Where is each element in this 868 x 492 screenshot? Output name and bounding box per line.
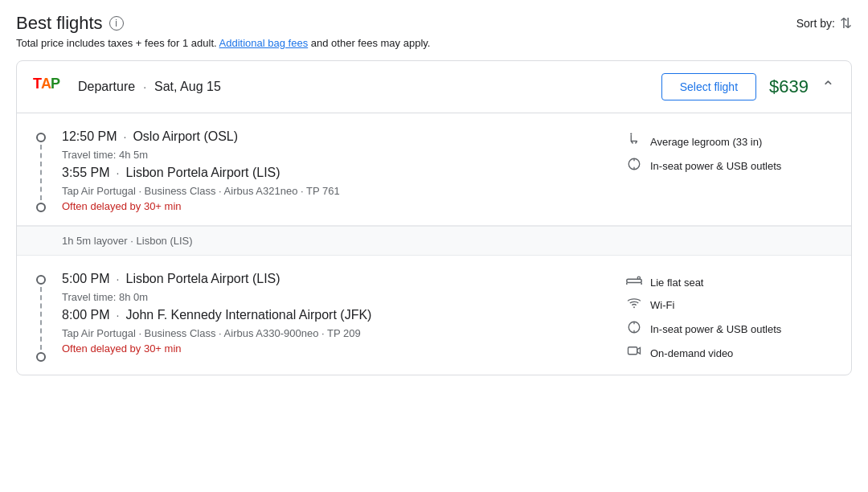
page-title: Best flights	[16, 13, 103, 34]
departure-airport-row-1: 12:50 PM · Oslo Airport (OSL)	[62, 129, 610, 144]
departure-time-2: 5:00 PM	[62, 272, 110, 286]
flight-info-1: 12:50 PM · Oslo Airport (OSL) Travel tim…	[62, 129, 610, 212]
page-header: Best flights i Sort by: ⇅	[16, 13, 852, 34]
amenity-video-text: On-demand video	[650, 347, 733, 359]
departure-airport-1: Oslo Airport (OSL)	[133, 129, 238, 144]
departure-info: Departure · Sat, Aug 15	[78, 80, 221, 94]
circle-departure-2	[36, 275, 46, 285]
departure-time-1: 12:50 PM	[62, 129, 117, 144]
sort-row: Sort by: ⇅	[796, 14, 852, 32]
amenity-legroom-text: Average legroom (33 in)	[650, 136, 762, 148]
bag-fees-link[interactable]: Additional bag fees	[219, 37, 309, 49]
sort-icon[interactable]: ⇅	[840, 14, 852, 32]
select-flight-button[interactable]: Select flight	[661, 73, 756, 100]
segment-1: 12:50 PM · Oslo Airport (OSL) Travel tim…	[17, 113, 851, 226]
seat-icon	[626, 133, 642, 150]
svg-point-6	[633, 306, 635, 308]
power-icon-2	[626, 320, 642, 338]
amenities-2: Lie flat seat Wi-Fi	[610, 272, 835, 362]
segment-2-grid: 5:00 PM · Lisbon Portela Airport (LIS) T…	[33, 272, 835, 362]
dashed-line-2	[40, 287, 42, 350]
delayed-text-2: Often delayed by 30+ min	[62, 342, 610, 355]
page-wrapper: Best flights i Sort by: ⇅ Total price in…	[0, 0, 868, 375]
amenity-power-1-text: In-seat power & USB outlets	[650, 160, 781, 172]
flight-card-header: T A P Departure · Sat, Aug 15 Select fli…	[17, 61, 851, 113]
dot-separator: ·	[143, 80, 146, 93]
amenity-legroom: Average legroom (33 in)	[626, 133, 835, 150]
circle-departure-1	[36, 133, 46, 142]
airline-details-2: Tap Air Portugal · Business Class · Airb…	[62, 327, 610, 339]
power-icon-1	[626, 157, 642, 174]
flight-info-2: 5:00 PM · Lisbon Portela Airport (LIS) T…	[62, 272, 610, 362]
layover-bar: 1h 5m layover · Lisbon (LIS)	[17, 226, 851, 256]
subtitle: Total price includes taxes + fees for 1 …	[16, 37, 852, 49]
delayed-text-1: Often delayed by 30+ min	[62, 200, 610, 212]
amenity-flatbed: Lie flat seat	[626, 275, 835, 289]
layover-duration: 1h 5m layover	[62, 235, 128, 247]
video-icon	[626, 344, 642, 362]
amenities-1: Average legroom (33 in) In-seat power & …	[610, 129, 835, 212]
arrival-airport-row-2: 8:00 PM · John F. Kennedy International …	[62, 308, 610, 322]
amenity-power-1: In-seat power & USB outlets	[626, 157, 835, 174]
info-icon[interactable]: i	[109, 16, 124, 31]
price-label: $639	[769, 76, 809, 97]
wifi-icon	[626, 296, 642, 314]
arrival-time-1: 3:55 PM	[62, 166, 110, 180]
title-row: Best flights i	[16, 13, 124, 34]
segment-2: 5:00 PM · Lisbon Portela Airport (LIS) T…	[17, 256, 851, 375]
flight-card: T A P Departure · Sat, Aug 15 Select fli…	[16, 60, 852, 375]
timeline-2	[33, 272, 49, 362]
departure-label: Departure	[78, 80, 135, 94]
circle-arrival-2	[36, 352, 46, 362]
svg-rect-10	[628, 347, 637, 355]
svg-point-0	[630, 133, 632, 134]
timeline-1	[33, 129, 49, 212]
layover-location: Lisbon (LIS)	[137, 235, 193, 247]
logo-p: P	[51, 76, 60, 92]
header-left: T A P Departure · Sat, Aug 15	[33, 72, 221, 101]
amenity-video: On-demand video	[626, 344, 835, 362]
flatbed-icon	[626, 275, 642, 289]
amenity-wifi-text: Wi-Fi	[650, 299, 674, 311]
airline-logo: T A P	[33, 72, 65, 101]
travel-time-1: Travel time: 4h 5m	[62, 149, 610, 161]
amenity-wifi: Wi-Fi	[626, 296, 835, 314]
circle-arrival-1	[36, 203, 46, 212]
sort-label: Sort by:	[796, 17, 835, 30]
arrival-airport-1: Lisbon Portela Airport (LIS)	[125, 166, 280, 180]
travel-time-2: Travel time: 8h 0m	[62, 291, 610, 303]
amenity-power-2: In-seat power & USB outlets	[626, 320, 835, 338]
departure-date: Sat, Aug 15	[154, 80, 221, 94]
departure-airport-row-2: 5:00 PM · Lisbon Portela Airport (LIS)	[62, 272, 610, 286]
arrival-airport-2: John F. Kennedy International Airport (J…	[125, 308, 371, 322]
segment-1-grid: 12:50 PM · Oslo Airport (OSL) Travel tim…	[33, 129, 835, 212]
amenity-power-2-text: In-seat power & USB outlets	[650, 323, 781, 335]
dashed-line-1	[40, 145, 42, 200]
departure-airport-2: Lisbon Portela Airport (LIS)	[125, 272, 280, 286]
header-right: Select flight $639 ⌃	[661, 73, 835, 100]
chevron-up-icon[interactable]: ⌃	[821, 77, 835, 96]
amenity-flatbed-text: Lie flat seat	[650, 277, 704, 289]
arrival-airport-row-1: 3:55 PM · Lisbon Portela Airport (LIS)	[62, 166, 610, 180]
svg-point-5	[637, 277, 640, 279]
layover-dot: ·	[130, 235, 133, 247]
svg-rect-4	[627, 279, 641, 282]
airline-details-1: Tap Air Portugal · Business Class · Airb…	[62, 185, 610, 197]
arrival-time-2: 8:00 PM	[62, 308, 110, 322]
